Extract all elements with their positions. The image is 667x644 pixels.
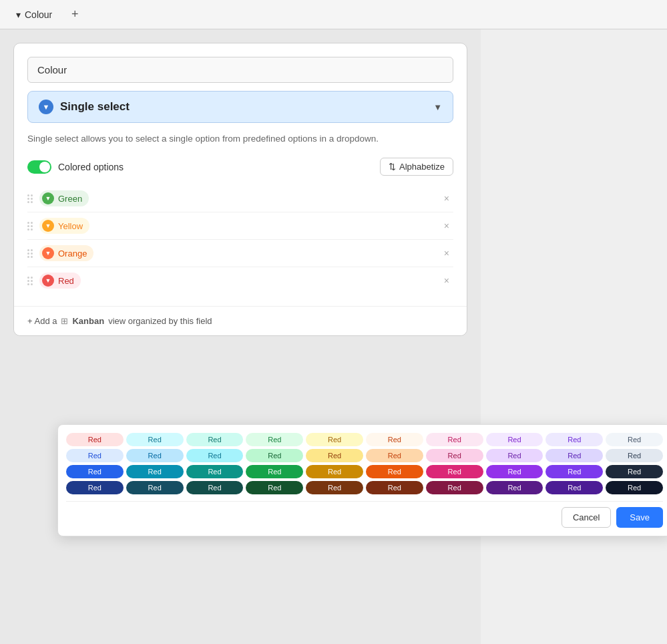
option-label-orange: Orange bbox=[58, 249, 87, 259]
color-chip[interactable]: Red bbox=[426, 449, 483, 462]
color-picker-popup: Red Red Red Red Red Red Red Red Red Red … bbox=[57, 424, 667, 536]
drag-handle-red[interactable] bbox=[27, 277, 33, 285]
remove-yellow-button[interactable]: × bbox=[440, 219, 453, 232]
color-chip[interactable]: Red bbox=[486, 449, 543, 462]
kanban-footer[interactable]: + Add a ⊞ Kanban view organized by this … bbox=[14, 306, 467, 335]
color-chip[interactable]: Red bbox=[606, 449, 663, 462]
sort-icon: ⇅ bbox=[389, 162, 396, 172]
color-chip[interactable]: Red bbox=[126, 465, 184, 478]
save-button[interactable]: Save bbox=[616, 507, 663, 528]
field-editor-panel: ▼ Single select ▼ Single select allows y… bbox=[13, 43, 467, 336]
color-chip[interactable]: Red bbox=[426, 481, 483, 494]
description-text: Single select allows you to select a sin… bbox=[27, 132, 453, 146]
color-chip[interactable]: Red bbox=[606, 465, 663, 478]
remove-orange-button[interactable]: × bbox=[440, 247, 453, 260]
color-grid-row-2: Red Red Red Red Red Red Red Red Red Red bbox=[66, 449, 663, 462]
color-chip[interactable]: Red bbox=[66, 449, 124, 462]
option-row-red: ▼ Red × bbox=[27, 267, 453, 294]
color-chip[interactable]: Red bbox=[366, 481, 423, 494]
option-row-orange: ▼ Orange × bbox=[27, 240, 453, 267]
color-chip[interactable]: Red bbox=[426, 433, 483, 446]
right-area bbox=[481, 29, 667, 644]
chevron-down-icon: ▼ bbox=[433, 102, 442, 112]
option-badge-green[interactable]: ▼ Green bbox=[39, 190, 89, 206]
color-chip[interactable]: Red bbox=[426, 465, 483, 478]
color-grid-row-1: Red Red Red Red Red Red Red Red Red Red bbox=[66, 433, 663, 446]
color-chip[interactable]: Red bbox=[246, 449, 303, 462]
color-chip[interactable]: Red bbox=[66, 481, 124, 494]
color-chip[interactable]: Red bbox=[126, 449, 184, 462]
option-label-green: Green bbox=[58, 194, 82, 204]
color-chip[interactable]: Red bbox=[126, 481, 184, 494]
option-color-icon-orange: ▼ bbox=[42, 247, 54, 259]
option-row-green: ▼ Green × bbox=[27, 185, 453, 212]
option-label-red: Red bbox=[58, 276, 74, 286]
color-chip[interactable]: Red bbox=[366, 449, 423, 462]
color-chip[interactable]: Red bbox=[306, 433, 363, 446]
color-chip[interactable]: Red bbox=[66, 465, 124, 478]
kanban-suffix: view organized by this field bbox=[108, 316, 212, 326]
type-selector[interactable]: ▼ Single select ▼ bbox=[27, 91, 453, 123]
remove-green-button[interactable]: × bbox=[440, 192, 453, 205]
type-selector-left: ▼ Single select bbox=[39, 100, 130, 114]
color-chip[interactable]: Red bbox=[186, 465, 244, 478]
tab-chevron-icon: ▾ bbox=[16, 9, 21, 20]
type-label: Single select bbox=[60, 100, 130, 114]
color-chip[interactable]: Red bbox=[545, 465, 603, 478]
color-chip[interactable]: Red bbox=[545, 449, 603, 462]
color-chip[interactable]: Red bbox=[126, 433, 184, 446]
colour-tab[interactable]: ▾ Colour bbox=[8, 5, 60, 24]
color-chip[interactable]: Red bbox=[306, 449, 363, 462]
color-grid-row-3: Red Red Red Red Red Red Red Red Red Red bbox=[66, 465, 663, 478]
options-header-left: Colored options bbox=[27, 160, 124, 174]
drag-handle[interactable] bbox=[27, 194, 33, 203]
color-chip[interactable]: Red bbox=[186, 433, 244, 446]
options-header: Colored options ⇅ Alphabetize bbox=[27, 158, 453, 176]
color-grid-row-4: Red Red Red Red Red Red Red Red Red Red bbox=[66, 481, 663, 494]
option-color-icon-yellow: ▼ bbox=[42, 220, 54, 232]
colored-options-toggle[interactable] bbox=[27, 160, 51, 174]
colored-options-label: Colored options bbox=[58, 162, 124, 172]
field-name-input[interactable] bbox=[27, 57, 453, 83]
option-badge-red[interactable]: ▼ Red bbox=[39, 273, 81, 289]
add-tab-button[interactable]: + bbox=[65, 5, 84, 24]
drag-handle-orange[interactable] bbox=[27, 249, 33, 258]
color-chip[interactable]: Red bbox=[486, 465, 543, 478]
drag-handle-yellow[interactable] bbox=[27, 222, 33, 230]
color-chip[interactable]: Red bbox=[246, 481, 303, 494]
tab-label: Colour bbox=[25, 9, 52, 20]
color-chip[interactable]: Red bbox=[306, 481, 363, 494]
kanban-prefix: + Add a bbox=[27, 316, 57, 326]
color-chip[interactable]: Red bbox=[486, 433, 543, 446]
main-content: ▼ Single select ▼ Single select allows y… bbox=[0, 29, 667, 644]
color-chip[interactable]: Red bbox=[366, 465, 423, 478]
color-chip[interactable]: Red bbox=[606, 433, 663, 446]
alphabetize-button[interactable]: ⇅ Alphabetize bbox=[380, 158, 453, 176]
cancel-button[interactable]: Cancel bbox=[562, 507, 611, 528]
color-chip[interactable]: Red bbox=[486, 481, 543, 494]
color-chip[interactable]: Red bbox=[186, 481, 244, 494]
color-chip[interactable]: Red bbox=[545, 481, 603, 494]
color-chip[interactable]: Red bbox=[606, 481, 663, 494]
color-chip[interactable]: Red bbox=[545, 433, 603, 446]
color-chip[interactable]: Red bbox=[186, 449, 244, 462]
kanban-bold-label: Kanban bbox=[72, 316, 104, 326]
color-chip[interactable]: Red bbox=[366, 433, 423, 446]
color-chip[interactable]: Red bbox=[246, 433, 303, 446]
option-badge-yellow[interactable]: ▼ Yellow bbox=[39, 218, 89, 234]
color-chip[interactable]: Red bbox=[66, 433, 124, 446]
option-row-yellow: ▼ Yellow × bbox=[27, 212, 453, 240]
option-badge-orange[interactable]: ▼ Orange bbox=[39, 245, 93, 261]
type-icon: ▼ bbox=[39, 100, 53, 114]
kanban-grid-icon: ⊞ bbox=[61, 316, 68, 326]
color-chip[interactable]: Red bbox=[306, 465, 363, 478]
remove-red-button[interactable]: × bbox=[440, 274, 453, 287]
color-chip[interactable]: Red bbox=[246, 465, 303, 478]
option-color-icon-green: ▼ bbox=[42, 192, 54, 204]
top-bar: ▾ Colour + bbox=[0, 0, 667, 29]
option-label-yellow: Yellow bbox=[58, 221, 83, 231]
option-color-icon-red: ▼ bbox=[42, 275, 54, 287]
